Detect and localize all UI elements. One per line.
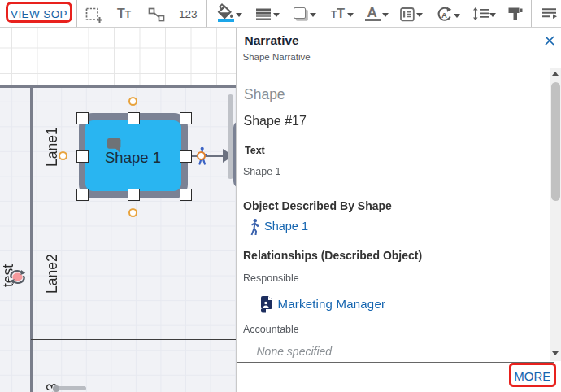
svg-text:A: A bbox=[441, 10, 447, 19]
